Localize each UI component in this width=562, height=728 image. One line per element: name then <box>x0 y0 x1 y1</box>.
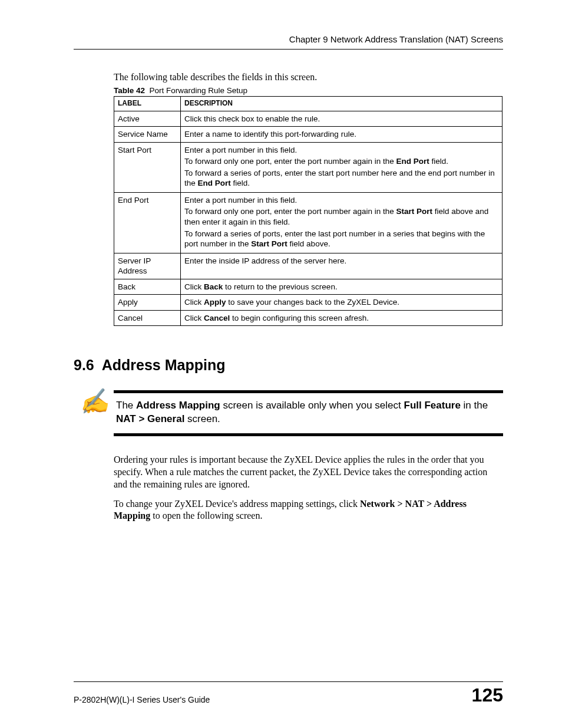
desc-line: Enter a port number in this field. <box>184 196 297 205</box>
row-desc: Click Apply to save your changes back to… <box>181 295 503 311</box>
row-label: Active <box>114 111 181 127</box>
note-text: screen. <box>184 413 220 424</box>
table-caption-label: Table 42 <box>114 86 145 95</box>
para-text: To change your ZyXEL Device's address ma… <box>114 499 360 509</box>
note-text: The <box>116 400 136 411</box>
desc-line: To forward only one port, enter the port… <box>184 207 396 216</box>
desc-line: To forward only one port, enter the port… <box>184 157 396 166</box>
col-header-description: DESCRIPTION <box>181 97 503 111</box>
row-desc: Click Cancel to begin configuring this s… <box>181 310 503 326</box>
desc-line: field. <box>429 157 448 166</box>
row-label: Cancel <box>114 310 181 326</box>
body-paragraph: To change your ZyXEL Device's address ma… <box>114 498 503 523</box>
row-desc: Click this check box to enable the rule. <box>181 111 503 127</box>
desc-line: Click <box>184 282 204 291</box>
desc-bold: Start Port <box>396 207 432 216</box>
chapter-header: Chapter 9 Network Address Translation (N… <box>74 34 503 50</box>
desc-bold: Start Port <box>251 239 287 248</box>
desc-line: to begin configuring this screen afresh. <box>230 314 369 322</box>
note-text: in the <box>461 400 488 411</box>
desc-line: field. <box>231 179 250 187</box>
row-desc: Enter a name to identify this port-forwa… <box>181 127 503 143</box>
row-desc: Enter a port number in this field. To fo… <box>181 142 503 192</box>
body-paragraph: Ordering your rules is important because… <box>114 454 503 490</box>
desc-line: Click <box>184 298 204 307</box>
table-row: Back Click Back to return to the previou… <box>114 279 503 295</box>
note-text: screen is available only when you select <box>220 400 404 411</box>
table-header-row: LABEL DESCRIPTION <box>114 97 503 111</box>
desc-line: To forward a series of ports, enter the … <box>184 229 485 249</box>
note-bold: NAT > General <box>116 413 184 424</box>
note-content: The Address Mapping screen is available … <box>114 390 503 436</box>
footer-guide-title: P-2802H(W)(L)-I Series User's Guide <box>74 695 210 704</box>
row-desc: Enter a port number in this field. To fo… <box>181 192 503 253</box>
col-header-label: LABEL <box>114 97 181 111</box>
desc-bold: End Port <box>198 179 231 187</box>
para-text: to open the following screen. <box>150 510 262 521</box>
row-label: Service Name <box>114 127 181 143</box>
table-caption: Table 42 Port Forwarding Rule Setup <box>114 86 503 95</box>
section-heading: 9.6 Address Mapping <box>74 357 503 374</box>
desc-line: to return to the previous screen. <box>223 282 337 291</box>
desc-line: Click <box>184 314 204 322</box>
row-desc: Click Back to return to the previous scr… <box>181 279 503 295</box>
table-row: Cancel Click Cancel to begin configuring… <box>114 310 503 326</box>
desc-bold: Cancel <box>204 314 230 322</box>
note-bold: Address Mapping <box>136 400 220 411</box>
desc-bold: Apply <box>204 298 226 307</box>
desc-line: to save your changes back to the ZyXEL D… <box>226 298 399 307</box>
row-label: Apply <box>114 295 181 311</box>
table-row: Server IP Address Enter the inside IP ad… <box>114 253 503 279</box>
table-row: End Port Enter a port number in this fie… <box>114 192 503 253</box>
table-row: Service Name Enter a name to identify th… <box>114 127 503 143</box>
row-label: Server IP Address <box>114 253 181 279</box>
desc-line: Enter a port number in this field. <box>184 146 297 154</box>
table-row: Apply Click Apply to save your changes b… <box>114 295 503 311</box>
row-label: Start Port <box>114 142 181 192</box>
desc-line: field above. <box>287 239 330 248</box>
row-label: Back <box>114 279 181 295</box>
table-row: Start Port Enter a port number in this f… <box>114 142 503 192</box>
note-block: ✍ The Address Mapping screen is availabl… <box>114 390 503 436</box>
footer-page-number: 125 <box>472 686 503 704</box>
intro-text: The following table describes the fields… <box>114 72 503 83</box>
page-footer: P-2802H(W)(L)-I Series User's Guide 125 <box>74 681 503 704</box>
desc-bold: Back <box>204 282 223 291</box>
section-title: Address Mapping <box>102 357 226 373</box>
desc-bold: End Port <box>396 157 429 166</box>
note-icon: ✍ <box>78 389 110 415</box>
table-caption-text: Port Forwarding Rule Setup <box>150 86 248 95</box>
section-number: 9.6 <box>74 357 94 373</box>
fields-table: LABEL DESCRIPTION Active Click this chec… <box>114 96 503 326</box>
note-bold: Full Feature <box>404 400 461 411</box>
table-row: Active Click this check box to enable th… <box>114 111 503 127</box>
row-label: End Port <box>114 192 181 253</box>
row-desc: Enter the inside IP address of the serve… <box>181 253 503 279</box>
